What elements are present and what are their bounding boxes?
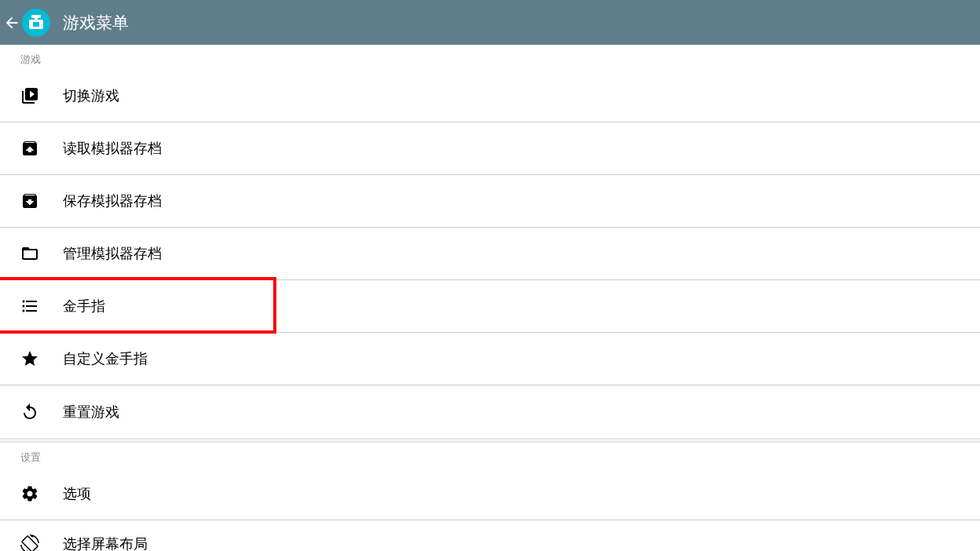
svg-rect-3 xyxy=(33,22,39,27)
menu-item-cheats[interactable]: 金手指 xyxy=(0,280,980,333)
svg-rect-2 xyxy=(35,18,38,20)
menu-item-switch-game[interactable]: 切换游戏 xyxy=(0,70,980,122)
rotate-icon xyxy=(20,535,39,551)
menu-item-reset-game[interactable]: 重置游戏 xyxy=(0,385,980,438)
gear-icon xyxy=(20,484,39,503)
unarchive-icon xyxy=(20,139,39,158)
app-icon xyxy=(22,9,50,37)
switch-game-icon xyxy=(20,86,39,105)
menu-item-custom-cheats[interactable]: 自定义金手指 xyxy=(0,333,980,385)
menu-label: 选项 xyxy=(63,484,91,503)
back-arrow-icon[interactable] xyxy=(3,14,20,31)
menu-item-load-state[interactable]: 读取模拟器存档 xyxy=(0,122,980,175)
menu-label: 自定义金手指 xyxy=(63,349,148,368)
menu-item-options[interactable]: 选项 xyxy=(0,468,980,520)
menu-label: 切换游戏 xyxy=(63,86,119,105)
folder-icon xyxy=(20,244,39,263)
star-icon xyxy=(20,349,39,368)
menu-label: 重置游戏 xyxy=(63,403,119,421)
content-area: 游戏 切换游戏 读取模拟器存档 保存模拟器存档 管理模 xyxy=(0,45,980,551)
section-header-game: 游戏 xyxy=(0,45,980,70)
menu-label: 读取模拟器存档 xyxy=(63,139,162,158)
menu-label: 管理模拟器存档 xyxy=(63,244,162,263)
menu-label: 保存模拟器存档 xyxy=(63,192,162,210)
menu-label: 金手指 xyxy=(63,297,105,316)
menu-item-screen-layout[interactable]: 选择屏幕布局 xyxy=(0,520,980,551)
top-bar: 游戏菜单 xyxy=(0,0,980,45)
section-header-settings: 设置 xyxy=(0,443,980,468)
menu-label: 选择屏幕布局 xyxy=(63,535,148,551)
list-icon xyxy=(20,297,39,316)
menu-item-save-state[interactable]: 保存模拟器存档 xyxy=(0,175,980,228)
page-title: 游戏菜单 xyxy=(63,12,129,34)
replay-icon xyxy=(20,403,39,421)
archive-icon xyxy=(20,192,39,210)
svg-rect-0 xyxy=(31,15,41,18)
menu-item-manage-states[interactable]: 管理模拟器存档 xyxy=(0,228,980,280)
